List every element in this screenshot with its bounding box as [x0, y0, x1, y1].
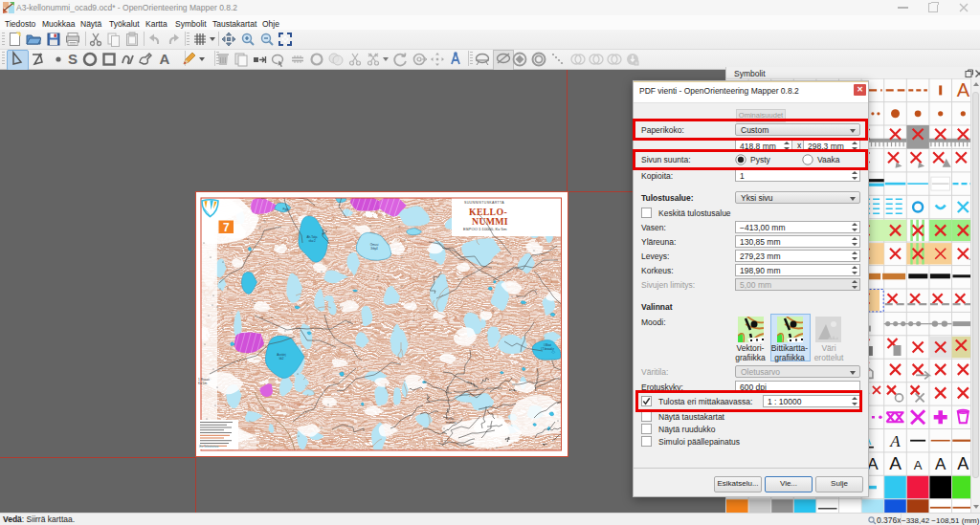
- svg-text:A: A: [914, 458, 923, 472]
- svg-text:7: 7: [223, 221, 230, 234]
- svg-text:SUUNNISTUSKARTTA: SUUNNISTUSKARTTA: [464, 201, 504, 205]
- svg-text:A: A: [935, 455, 947, 473]
- svg-text:NUMMI: NUMMI: [472, 215, 508, 226]
- svg-text:I.T.broad.jr: I.T.broad.jr: [541, 347, 554, 351]
- svg-text:Kv.Tekstiviiva: Kv.Tekstiviiva: [199, 445, 218, 448]
- svg-text:A: A: [889, 453, 902, 473]
- svg-text:A: A: [889, 432, 901, 450]
- svg-text:Kv 5m: Kv 5m: [198, 382, 207, 385]
- svg-text:S: S: [68, 51, 78, 67]
- svg-text:Pyyk.: Pyyk.: [283, 208, 290, 211]
- svg-text:A: A: [867, 455, 879, 473]
- svg-text:A: A: [957, 79, 970, 100]
- svg-text:vka:2: vka:2: [308, 239, 316, 243]
- svg-text:A: A: [160, 51, 170, 67]
- svg-text:3rby4: 3rby4: [370, 247, 378, 251]
- svg-text:kk2: kk2: [279, 357, 284, 361]
- svg-text:ESPOO 1:10000, Kv 5m: ESPOO 1:10000, Kv 5m: [463, 226, 507, 230]
- svg-text:nummi: nummi: [446, 421, 456, 425]
- svg-text:A: A: [957, 454, 969, 473]
